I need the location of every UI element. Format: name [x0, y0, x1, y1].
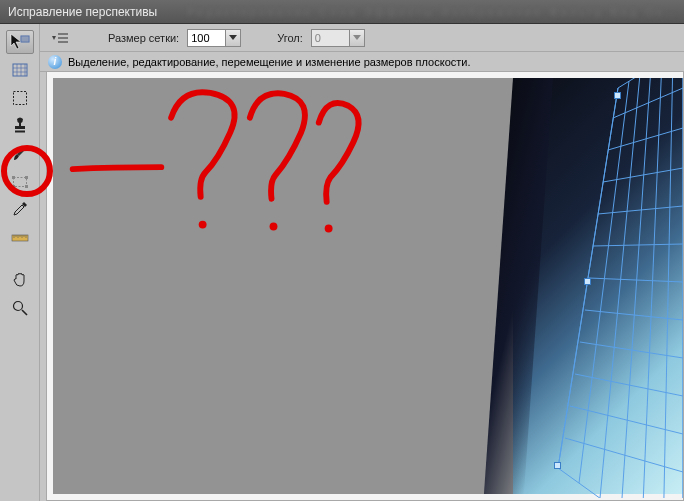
svg-rect-13: [15, 131, 25, 133]
edit-plane-tool[interactable]: [6, 30, 34, 54]
stamp-icon: [12, 117, 28, 135]
window-title: Исправление перспективы: [8, 5, 157, 19]
svg-line-47: [600, 78, 640, 498]
svg-rect-18: [25, 185, 28, 188]
angle-label: Угол:: [277, 32, 303, 44]
menu-blur: Редактирование Слои Эффекты Изображение …: [187, 6, 676, 18]
info-icon: i: [48, 55, 62, 69]
svg-line-48: [621, 78, 651, 498]
canvas-area[interactable]: [46, 72, 684, 501]
svg-point-52: [270, 223, 278, 231]
title-bar[interactable]: Исправление перспективы Редактирование С…: [0, 0, 684, 24]
tool-strip: [0, 24, 40, 501]
marquee-icon: [12, 90, 28, 106]
magnifier-icon: [12, 300, 28, 316]
grid-handle-tl[interactable]: [614, 92, 621, 99]
dialog-body: Размер сетки: Угол: i: [0, 24, 684, 501]
svg-point-51: [199, 221, 207, 229]
svg-line-49: [642, 78, 662, 498]
eyedropper-tool[interactable]: [6, 198, 34, 222]
svg-point-53: [325, 225, 333, 233]
brush-tool[interactable]: [6, 142, 34, 166]
grid-size-input[interactable]: [187, 29, 225, 47]
svg-line-28: [22, 310, 27, 315]
stamp-tool[interactable]: [6, 114, 34, 138]
grid-size-dropdown[interactable]: [225, 29, 241, 47]
grid-plane-icon: [11, 61, 29, 79]
create-plane-tool[interactable]: [6, 58, 34, 82]
svg-rect-16: [25, 176, 28, 179]
info-bar: i Выделение, редактирование, перемещение…: [40, 52, 684, 72]
svg-marker-32: [558, 78, 683, 498]
grid-size-label: Размер сетки:: [108, 32, 179, 44]
svg-point-27: [13, 302, 22, 311]
measure-tool[interactable]: [6, 226, 34, 250]
chevron-down-icon: [229, 35, 237, 40]
svg-rect-12: [13, 92, 26, 105]
hand-tool[interactable]: [6, 268, 34, 292]
chevron-down-icon: [353, 35, 361, 40]
angle-input[interactable]: [311, 29, 349, 47]
transform-tool[interactable]: [6, 170, 34, 194]
grid-handle-bl[interactable]: [554, 462, 561, 469]
marquee-tool[interactable]: [6, 86, 34, 110]
grid-handle-ml[interactable]: [584, 278, 591, 285]
angle-combo[interactable]: [311, 29, 365, 47]
hand-icon: [12, 271, 28, 289]
angle-dropdown[interactable]: [349, 29, 365, 47]
brush-icon: [12, 145, 28, 163]
transform-icon: [11, 175, 29, 189]
svg-line-50: [663, 78, 673, 498]
perspective-grid[interactable]: [513, 78, 683, 498]
svg-rect-14: [13, 178, 26, 187]
dialog-window: Исправление перспективы Редактирование С…: [0, 0, 684, 501]
info-text: Выделение, редактирование, перемещение и…: [68, 56, 471, 68]
svg-rect-17: [12, 185, 15, 188]
options-menu-button[interactable]: [48, 30, 72, 46]
options-bar: Размер сетки: Угол:: [40, 24, 684, 52]
canvas-background: [53, 78, 683, 494]
menu-lines-icon: [50, 32, 70, 44]
svg-rect-15: [12, 176, 15, 179]
zoom-tool[interactable]: [6, 296, 34, 320]
eyedropper-icon: [12, 201, 28, 219]
grid-size-combo[interactable]: [187, 29, 241, 47]
arrow-cursor-icon: [10, 33, 30, 51]
ruler-icon: [11, 232, 29, 244]
main-panel: Размер сетки: Угол: i: [40, 24, 684, 501]
